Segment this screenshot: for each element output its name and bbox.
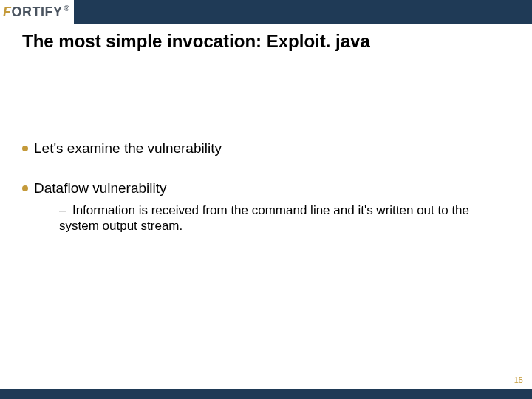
logo-brand: ORTIFY: [12, 4, 63, 19]
sub-bullet-text: Information is received from the command…: [59, 203, 469, 233]
logo-trademark: ®: [64, 4, 70, 13]
sub-bullet-item: – Information is received from the comma…: [59, 202, 502, 234]
bullet-text: Dataflow vulnerability: [34, 180, 167, 197]
footer-bar: [0, 389, 532, 399]
logo-leading-letter: F: [3, 4, 12, 19]
bullet-icon: [22, 185, 28, 191]
bullet-text: Let's examine the vulnerability: [34, 140, 222, 157]
bullet-item: Let's examine the vulnerability: [22, 140, 532, 157]
slide-title: The most simple invocation: Exploit. jav…: [22, 31, 532, 52]
dash-icon: –: [59, 203, 66, 217]
bullet-item: Dataflow vulnerability: [22, 180, 532, 197]
logo: FORTIFY®: [0, 0, 74, 24]
page-number: 15: [514, 375, 523, 384]
bullet-icon: [22, 146, 28, 151]
logo-text: FORTIFY®: [3, 4, 69, 20]
header-bar: FORTIFY®: [0, 0, 532, 24]
slide-content: Let's examine the vulnerability Dataflow…: [22, 140, 532, 234]
